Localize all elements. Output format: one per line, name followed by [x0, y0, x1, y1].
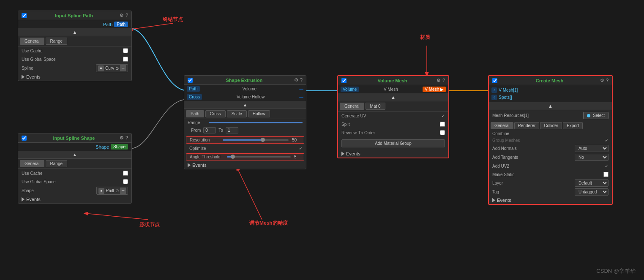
tab-general-shape[interactable]: General	[20, 160, 44, 167]
gear-icon-se[interactable]: ⚙	[294, 77, 298, 83]
tab-collider-cm[interactable]: Collider	[540, 122, 562, 129]
se-checkbox[interactable]	[188, 78, 193, 83]
path-panel-title: Input Spline Path	[28, 13, 120, 18]
shape-spline-ref[interactable]: ■ Railt ⊙ −	[96, 187, 128, 195]
tab-general-cm[interactable]: General	[491, 122, 513, 129]
shape-use-global-label: Use Global Space	[22, 179, 123, 184]
tab-range-path[interactable]: Range	[46, 38, 67, 45]
shape-panel-checkbox[interactable]	[22, 136, 27, 141]
cm-layer-select[interactable]: Default	[575, 179, 609, 187]
se-path-input: Path	[187, 86, 200, 92]
cm-tag-select[interactable]: Untagged	[575, 188, 609, 196]
tab-path-se[interactable]: Path	[186, 110, 204, 117]
help-icon-se[interactable]: ?	[300, 77, 303, 83]
cm-group-meshes-label: Group Meshes	[492, 138, 605, 143]
path-use-cache-checkbox[interactable]	[123, 48, 128, 53]
cm-tag-label: Tag	[492, 190, 575, 194]
se-range-slider[interactable]	[209, 122, 303, 123]
se-angle-slider[interactable]	[227, 156, 291, 158]
path-use-cache-label: Use Cache	[22, 49, 123, 53]
shape-output-label: Shape	[96, 144, 109, 150]
gear-icon[interactable]: ⚙	[120, 13, 124, 18]
se-volume-badge[interactable]	[299, 89, 303, 90]
se-from-to: From 0 To 1	[188, 126, 303, 134]
gear-icon-shape[interactable]: ⚙	[120, 135, 124, 141]
cm-add-normals-select[interactable]: Auto	[575, 145, 609, 152]
panel-header-path: Input Spline Path ⚙ ?	[18, 11, 131, 20]
cm-add-tangents-select[interactable]: No	[575, 154, 609, 161]
se-resolution-slider[interactable]	[223, 139, 289, 141]
volume-mesh-panel: Volume Mesh ⚙ ? Volume V Mesh V Mesh ▶ ▲…	[337, 75, 449, 158]
shape-use-global-checkbox[interactable]	[123, 179, 128, 184]
tab-general-vol[interactable]: General	[340, 103, 364, 110]
tab-scale-se[interactable]: Scale	[227, 110, 247, 117]
cm-layer-label: Layer	[492, 181, 575, 185]
tab-general-path[interactable]: General	[20, 38, 44, 45]
annotation-bottom-middle: 调节Mesh的精度	[249, 220, 288, 227]
cm-collapse[interactable]: ▲	[489, 102, 612, 110]
vol-reverse-label: Reverse Tri Order	[341, 130, 440, 135]
cm-title: Create Mesh	[499, 78, 600, 83]
vol-events-label: Events	[346, 151, 360, 156]
vol-checkbox[interactable]	[341, 78, 347, 83]
se-res-fill	[223, 139, 262, 141]
cm-select-btn[interactable]: Select	[583, 112, 609, 119]
tab-hollow-se[interactable]: Hollow	[248, 110, 270, 117]
se-angle-row: Angle Threshold 5	[186, 153, 304, 160]
cm-add-normals-label: Add Normals	[492, 146, 575, 151]
se-tabs: Path Cross Scale Hollow	[184, 109, 306, 119]
se-resolution-label: Resolution	[190, 138, 219, 142]
shape-use-cache-row: Use Cache	[18, 169, 131, 177]
path-panel-checkbox[interactable]	[22, 13, 27, 18]
cm-make-static-checkbox[interactable]	[603, 172, 609, 177]
vol-events[interactable]: Events	[338, 150, 448, 158]
vol-output-badge[interactable]: V Mesh ▶	[423, 87, 446, 92]
tab-export-cm[interactable]: Export	[563, 122, 583, 129]
vol-split-checkbox[interactable]	[440, 122, 445, 127]
help-icon[interactable]: ?	[126, 13, 128, 18]
se-resolution-value: 50	[292, 138, 300, 142]
se-collapse[interactable]: ▲	[184, 101, 306, 109]
path-use-global-checkbox[interactable]	[123, 57, 128, 62]
se-collapse-icon: ▲	[243, 102, 248, 107]
shape-events[interactable]: Events	[18, 196, 131, 203]
tab-mat0-vol[interactable]: Mat 0	[366, 103, 385, 110]
se-optimize-row: Optimize ✓	[184, 144, 306, 152]
se-io-row2: Cross Volume Hollow	[184, 93, 306, 101]
gear-icon-cm[interactable]: ⚙	[600, 78, 604, 83]
vol-reverse-checkbox[interactable]	[440, 130, 445, 135]
path-events[interactable]: Events	[18, 73, 131, 81]
vol-collapse[interactable]: ▲	[338, 93, 448, 101]
path-output-badge[interactable]: Path	[114, 22, 128, 27]
se-angle-value: 5	[294, 155, 300, 159]
vol-io-row: Volume V Mesh V Mesh ▶	[338, 85, 448, 93]
cm-spots-label: Spots[]	[499, 95, 512, 100]
se-from-input[interactable]: 0	[203, 127, 216, 133]
cm-events[interactable]: Events	[489, 196, 612, 204]
help-icon-cm[interactable]: ?	[606, 78, 609, 83]
path-spline-ref[interactable]: ■ Curv ⊙ −	[96, 64, 128, 72]
se-to-input[interactable]: 1	[226, 127, 238, 133]
se-events[interactable]: Events	[184, 161, 306, 169]
add-material-btn[interactable]: Add Material Group	[341, 139, 445, 147]
shape-use-cache-checkbox[interactable]	[123, 171, 128, 176]
cm-checkbox[interactable]	[492, 78, 497, 83]
path-collapse[interactable]: ▲	[18, 28, 131, 36]
tab-renderer-cm[interactable]: Renderer	[514, 122, 540, 129]
shape-output-row: Shape Shape	[18, 143, 131, 151]
tab-range-shape[interactable]: Range	[46, 160, 67, 167]
se-hollow-badge[interactable]	[299, 97, 303, 98]
shape-collapse[interactable]: ▲	[18, 151, 131, 159]
gear-icon-vol[interactable]: ⚙	[437, 78, 441, 83]
watermark: CSDN @辛羊华	[596, 267, 636, 275]
tab-cross-se[interactable]: Cross	[205, 110, 226, 117]
help-icon-shape[interactable]: ?	[126, 135, 128, 141]
path-spline-remove[interactable]: −	[120, 65, 126, 71]
shape-output-badge[interactable]: Shape	[111, 144, 128, 150]
svg-line-0	[129, 23, 173, 30]
cm-events-label: Events	[497, 198, 511, 203]
shape-spline-remove[interactable]: −	[120, 188, 126, 194]
se-range-label: Range	[188, 120, 209, 125]
help-icon-vol[interactable]: ?	[442, 78, 445, 83]
cm-inputs: ‹ V Mesh[1] ‹ Spots[]	[489, 85, 612, 102]
